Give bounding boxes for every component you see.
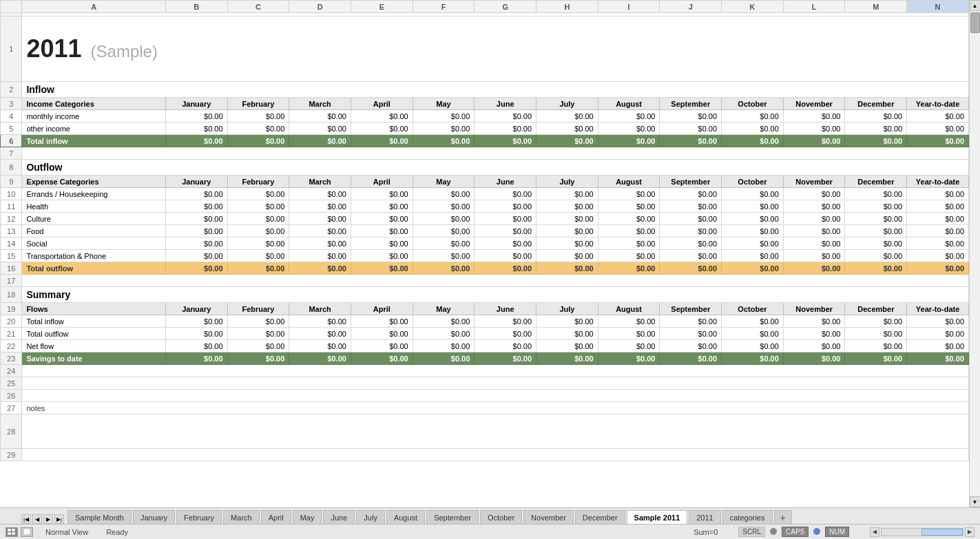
social-jan[interactable]: $0.00 [165, 237, 227, 250]
errands-apr[interactable]: $0.00 [351, 188, 413, 200]
culture-feb[interactable]: $0.00 [227, 213, 289, 225]
errands-aug[interactable]: $0.00 [598, 188, 660, 200]
empty-7[interactable] [22, 147, 969, 160]
food-label[interactable]: Food [22, 225, 166, 237]
errands-mar[interactable]: $0.00 [289, 188, 351, 200]
culture-ytd[interactable]: $0.00 [907, 213, 969, 225]
net-flow-may[interactable]: $0.00 [413, 340, 475, 352]
net-flow-sep[interactable]: $0.00 [660, 340, 722, 352]
num-indicator[interactable]: NUM [825, 527, 849, 537]
monthly-income-label[interactable]: monthly income [22, 110, 166, 123]
health-ytd[interactable]: $0.00 [907, 200, 969, 213]
net-flow-dec[interactable]: $0.00 [845, 340, 907, 352]
tab-sample-2011[interactable]: Sample 2011 [627, 510, 688, 524]
transport-ytd[interactable]: $0.00 [907, 250, 969, 262]
tab-categories[interactable]: categories [722, 510, 773, 524]
food-jul[interactable]: $0.00 [536, 225, 598, 237]
summary-outflow-jun[interactable]: $0.00 [475, 328, 536, 340]
culture-aug[interactable]: $0.00 [598, 213, 660, 225]
culture-oct[interactable]: $0.00 [722, 213, 784, 225]
other-income-jan[interactable]: $0.00 [165, 123, 227, 135]
transport-nov[interactable]: $0.00 [783, 250, 845, 262]
monthly-income-ytd[interactable]: $0.00 [907, 110, 969, 123]
summary-outflow-aug[interactable]: $0.00 [598, 328, 660, 340]
summary-outflow-dec[interactable]: $0.00 [845, 328, 907, 340]
summary-inflow-jan[interactable]: $0.00 [165, 315, 227, 328]
col-header-l[interactable]: L [783, 1, 845, 13]
monthly-income-jun[interactable]: $0.00 [475, 110, 536, 123]
culture-label[interactable]: Culture [22, 213, 166, 225]
social-apr[interactable]: $0.00 [351, 237, 413, 250]
social-sep[interactable]: $0.00 [660, 237, 722, 250]
tab-april[interactable]: April [261, 510, 291, 524]
culture-jan[interactable]: $0.00 [165, 213, 227, 225]
monthly-income-nov[interactable]: $0.00 [783, 110, 845, 123]
page-view-icon[interactable] [21, 527, 33, 537]
errands-feb[interactable]: $0.00 [227, 188, 289, 200]
summary-inflow-aug[interactable]: $0.00 [598, 315, 660, 328]
net-flow-oct[interactable]: $0.00 [722, 340, 784, 352]
social-aug[interactable]: $0.00 [598, 237, 660, 250]
hscroll-left-button[interactable]: ◀ [870, 527, 879, 537]
col-header-g[interactable]: G [475, 1, 536, 13]
errands-may[interactable]: $0.00 [413, 188, 475, 200]
summary-outflow-may[interactable]: $0.00 [413, 328, 475, 340]
caps-indicator[interactable]: CAPS [782, 527, 809, 537]
notes-label[interactable]: notes [22, 402, 969, 414]
summary-outflow-jan[interactable]: $0.00 [165, 328, 227, 340]
col-header-i[interactable]: I [598, 1, 660, 13]
other-income-jul[interactable]: $0.00 [536, 123, 598, 135]
empty-28[interactable] [22, 414, 969, 449]
summary-outflow-nov[interactable]: $0.00 [783, 328, 845, 340]
other-income-apr[interactable]: $0.00 [351, 123, 413, 135]
tab-december[interactable]: December [575, 510, 625, 524]
hscroll-right-button[interactable]: ▶ [965, 527, 974, 537]
tab-next-button[interactable]: ▶ [43, 514, 53, 524]
food-apr[interactable]: $0.00 [351, 225, 413, 237]
empty-17[interactable] [22, 275, 969, 287]
summary-inflow-label[interactable]: Total inflow [22, 315, 166, 328]
errands-jan[interactable]: $0.00 [165, 188, 227, 200]
summary-outflow-label[interactable]: Total outflow [22, 328, 166, 340]
errands-sep[interactable]: $0.00 [660, 188, 722, 200]
tab-november[interactable]: November [523, 510, 574, 524]
culture-jun[interactable]: $0.00 [475, 213, 536, 225]
net-flow-apr[interactable]: $0.00 [351, 340, 413, 352]
social-oct[interactable]: $0.00 [722, 237, 784, 250]
social-ytd[interactable]: $0.00 [907, 237, 969, 250]
health-apr[interactable]: $0.00 [351, 200, 413, 213]
transport-may[interactable]: $0.00 [413, 250, 475, 262]
food-jun[interactable]: $0.00 [475, 225, 536, 237]
col-header-b[interactable]: B [165, 1, 227, 13]
net-flow-jul[interactable]: $0.00 [536, 340, 598, 352]
transport-sep[interactable]: $0.00 [660, 250, 722, 262]
summary-outflow-mar[interactable]: $0.00 [289, 328, 351, 340]
health-jan[interactable]: $0.00 [165, 200, 227, 213]
net-flow-nov[interactable]: $0.00 [783, 340, 845, 352]
food-dec[interactable]: $0.00 [845, 225, 907, 237]
scrollbar-up-button[interactable]: ▲ [970, 0, 981, 11]
food-aug[interactable]: $0.00 [598, 225, 660, 237]
errands-ytd[interactable]: $0.00 [907, 188, 969, 200]
culture-sep[interactable]: $0.00 [660, 213, 722, 225]
health-nov[interactable]: $0.00 [783, 200, 845, 213]
col-header-f[interactable]: F [413, 1, 475, 13]
empty-29[interactable] [22, 449, 969, 461]
tab-august[interactable]: August [386, 510, 425, 524]
monthly-income-oct[interactable]: $0.00 [722, 110, 784, 123]
transport-jan[interactable]: $0.00 [165, 250, 227, 262]
empty-25[interactable] [22, 377, 969, 390]
net-flow-mar[interactable]: $0.00 [289, 340, 351, 352]
col-header-m[interactable]: M [845, 1, 907, 13]
food-nov[interactable]: $0.00 [783, 225, 845, 237]
other-income-feb[interactable]: $0.00 [227, 123, 289, 135]
col-header-h[interactable]: H [536, 1, 598, 13]
tab-october[interactable]: October [480, 510, 522, 524]
errands-oct[interactable]: $0.00 [722, 188, 784, 200]
summary-outflow-sep[interactable]: $0.00 [660, 328, 722, 340]
summary-outflow-jul[interactable]: $0.00 [536, 328, 598, 340]
food-ytd[interactable]: $0.00 [907, 225, 969, 237]
health-jun[interactable]: $0.00 [475, 200, 536, 213]
summary-inflow-sep[interactable]: $0.00 [660, 315, 722, 328]
health-jul[interactable]: $0.00 [536, 200, 598, 213]
